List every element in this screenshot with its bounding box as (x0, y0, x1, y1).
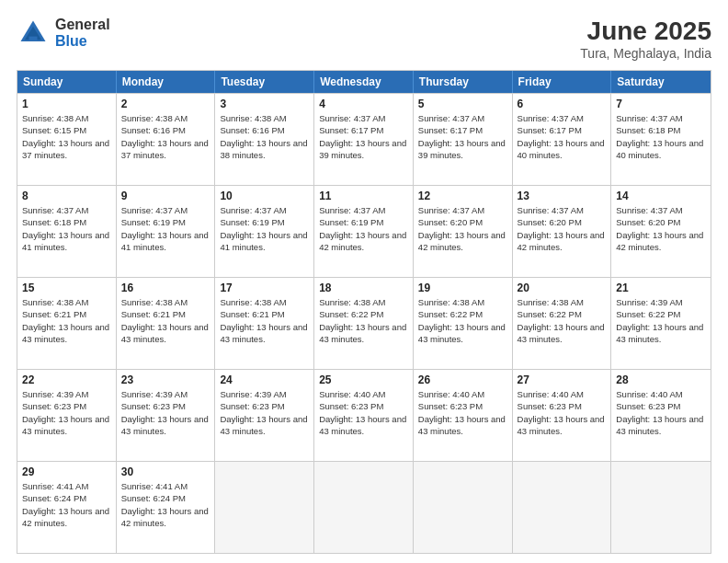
day-13: 13 Sunrise: 4:37 AMSunset: 6:20 PMDaylig… (513, 186, 612, 277)
day-5: 5 Sunrise: 4:37 AMSunset: 6:17 PMDayligh… (414, 94, 513, 185)
header-sunday: Sunday (17, 71, 117, 93)
header: General Blue June 2025 Tura, Meghalaya, … (17, 17, 711, 61)
day-28: 28 Sunrise: 4:40 AMSunset: 6:23 PMDaylig… (611, 370, 711, 461)
logo-general-text: General (55, 17, 110, 33)
calendar-subtitle: Tura, Meghalaya, India (580, 46, 711, 61)
day-1: 1 Sunrise: 4:38 AMSunset: 6:15 PMDayligh… (17, 94, 117, 185)
logo-icon (17, 17, 50, 50)
day-24: 24 Sunrise: 4:39 AMSunset: 6:23 PMDaylig… (215, 370, 314, 461)
week-2: 8 Sunrise: 4:37 AMSunset: 6:18 PMDayligh… (17, 185, 711, 277)
title-block: June 2025 Tura, Meghalaya, India (580, 17, 711, 61)
day-29: 29 Sunrise: 4:41 AMSunset: 6:24 PMDaylig… (17, 462, 117, 553)
page: General Blue June 2025 Tura, Meghalaya, … (0, 0, 728, 563)
day-23: 23 Sunrise: 4:39 AMSunset: 6:23 PMDaylig… (117, 370, 216, 461)
day-17: 17 Sunrise: 4:38 AMSunset: 6:21 PMDaylig… (215, 278, 314, 369)
day-empty-5 (611, 462, 711, 553)
day-30: 30 Sunrise: 4:41 AMSunset: 6:24 PMDaylig… (117, 462, 216, 553)
day-26: 26 Sunrise: 4:40 AMSunset: 6:23 PMDaylig… (414, 370, 513, 461)
day-12: 12 Sunrise: 4:37 AMSunset: 6:20 PMDaylig… (414, 186, 513, 277)
header-friday: Friday (513, 71, 612, 93)
header-wednesday: Wednesday (314, 71, 414, 93)
day-6: 6 Sunrise: 4:37 AMSunset: 6:17 PMDayligh… (513, 94, 612, 185)
calendar-body: 1 Sunrise: 4:38 AMSunset: 6:15 PMDayligh… (17, 93, 711, 553)
calendar-title: June 2025 (580, 17, 711, 46)
week-1: 1 Sunrise: 4:38 AMSunset: 6:15 PMDayligh… (17, 93, 711, 185)
day-10: 10 Sunrise: 4:37 AMSunset: 6:19 PMDaylig… (215, 186, 314, 277)
day-14: 14 Sunrise: 4:37 AMSunset: 6:20 PMDaylig… (611, 186, 711, 277)
logo: General Blue (17, 17, 110, 50)
day-21: 21 Sunrise: 4:39 AMSunset: 6:22 PMDaylig… (611, 278, 711, 369)
day-8: 8 Sunrise: 4:37 AMSunset: 6:18 PMDayligh… (17, 186, 117, 277)
day-7: 7 Sunrise: 4:37 AMSunset: 6:18 PMDayligh… (611, 94, 711, 185)
header-thursday: Thursday (414, 71, 513, 93)
header-monday: Monday (117, 71, 216, 93)
day-empty-3 (414, 462, 513, 553)
svg-rect-2 (29, 37, 38, 41)
week-5: 29 Sunrise: 4:41 AMSunset: 6:24 PMDaylig… (17, 461, 711, 553)
day-18: 18 Sunrise: 4:38 AMSunset: 6:22 PMDaylig… (314, 278, 414, 369)
day-2: 2 Sunrise: 4:38 AMSunset: 6:16 PMDayligh… (117, 94, 216, 185)
day-empty-4 (513, 462, 612, 553)
logo-blue-text: Blue (55, 33, 110, 50)
day-25: 25 Sunrise: 4:40 AMSunset: 6:23 PMDaylig… (314, 370, 414, 461)
day-empty-2 (314, 462, 414, 553)
day-9: 9 Sunrise: 4:37 AMSunset: 6:19 PMDayligh… (117, 186, 216, 277)
day-27: 27 Sunrise: 4:40 AMSunset: 6:23 PMDaylig… (513, 370, 612, 461)
week-3: 15 Sunrise: 4:38 AMSunset: 6:21 PMDaylig… (17, 277, 711, 369)
calendar: Sunday Monday Tuesday Wednesday Thursday… (17, 70, 711, 554)
day-4: 4 Sunrise: 4:37 AMSunset: 6:17 PMDayligh… (314, 94, 414, 185)
day-22: 22 Sunrise: 4:39 AMSunset: 6:23 PMDaylig… (17, 370, 117, 461)
day-20: 20 Sunrise: 4:38 AMSunset: 6:22 PMDaylig… (513, 278, 612, 369)
day-19: 19 Sunrise: 4:38 AMSunset: 6:22 PMDaylig… (414, 278, 513, 369)
day-empty-1 (215, 462, 314, 553)
day-11: 11 Sunrise: 4:37 AMSunset: 6:19 PMDaylig… (314, 186, 414, 277)
week-4: 22 Sunrise: 4:39 AMSunset: 6:23 PMDaylig… (17, 369, 711, 461)
header-tuesday: Tuesday (215, 71, 314, 93)
day-3: 3 Sunrise: 4:38 AMSunset: 6:16 PMDayligh… (215, 94, 314, 185)
header-saturday: Saturday (611, 71, 711, 93)
logo-text: General Blue (55, 17, 110, 49)
day-15: 15 Sunrise: 4:38 AMSunset: 6:21 PMDaylig… (17, 278, 117, 369)
calendar-header-row: Sunday Monday Tuesday Wednesday Thursday… (17, 71, 711, 93)
day-16: 16 Sunrise: 4:38 AMSunset: 6:21 PMDaylig… (117, 278, 216, 369)
